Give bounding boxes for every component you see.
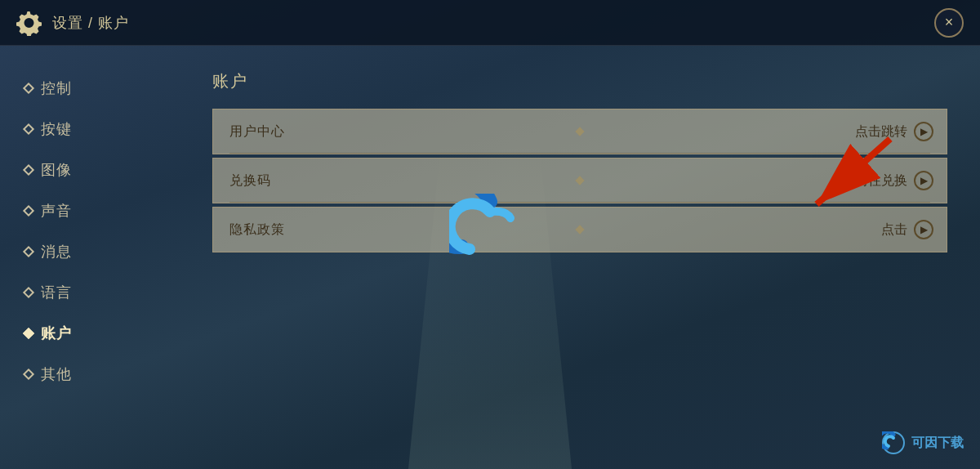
sidebar-label-sound: 声音 xyxy=(41,201,72,221)
sidebar-item-sound[interactable]: 声音 xyxy=(0,193,180,229)
sidebar-label-keys: 按键 xyxy=(41,119,72,139)
watermark-text: 可因下载 xyxy=(911,435,964,452)
sidebar-item-keys[interactable]: 按键 xyxy=(0,111,180,147)
row-diamond-3 xyxy=(575,225,584,234)
redeem-code-label: 兑换码 xyxy=(229,172,271,190)
sidebar-label-account: 账户 xyxy=(41,324,72,343)
gear-icon xyxy=(16,10,42,36)
sidebar-diamond-control xyxy=(23,83,34,94)
close-button[interactable]: × xyxy=(934,8,964,38)
row-divider-1 xyxy=(229,153,930,154)
sidebar-diamond-message xyxy=(23,246,34,257)
section-title: 账户 xyxy=(212,70,947,92)
sidebar-diamond-language xyxy=(23,287,34,298)
content-area: 账户 用户中心 点击跳转 ▶ 兑换码 前往兑换 ▶ 隐私政策 xyxy=(180,46,980,469)
redeem-code-action: 前往兑换 ▶ xyxy=(855,171,933,190)
row-divider-2 xyxy=(229,202,930,203)
sidebar-label-control: 控制 xyxy=(41,78,72,98)
sidebar-item-image[interactable]: 图像 xyxy=(0,152,180,188)
row-diamond-1 xyxy=(575,127,584,136)
sidebar-diamond-sound xyxy=(23,205,34,217)
watermark-logo xyxy=(882,431,905,454)
privacy-arrow: ▶ xyxy=(914,220,933,239)
sidebar-diamond-other xyxy=(23,368,34,380)
sidebar-label-language: 语言 xyxy=(41,283,72,302)
row-diamond-2 xyxy=(575,176,584,185)
privacy-action: 点击 ▶ xyxy=(881,220,933,239)
redeem-code-arrow: ▶ xyxy=(914,171,933,190)
user-center-action: 点击跳转 ▶ xyxy=(855,122,933,141)
sidebar-item-account[interactable]: 账户 xyxy=(0,315,180,351)
sidebar: 控制 按键 图像 声音 消息 语言 账户 其他 xyxy=(0,46,180,469)
privacy-row[interactable]: 隐私政策 点击 ▶ xyxy=(212,207,947,252)
breadcrumb: 设置 / 账户 xyxy=(52,13,129,33)
sidebar-diamond-image xyxy=(23,164,34,176)
sidebar-item-language[interactable]: 语言 xyxy=(0,275,180,310)
sidebar-item-other[interactable]: 其他 xyxy=(0,356,180,392)
user-center-action-text: 点击跳转 xyxy=(855,123,907,141)
privacy-label: 隐私政策 xyxy=(229,221,285,239)
sidebar-diamond-keys xyxy=(23,123,34,135)
sidebar-item-control[interactable]: 控制 xyxy=(0,70,180,106)
user-center-row[interactable]: 用户中心 点击跳转 ▶ xyxy=(212,109,947,154)
redeem-code-action-text: 前往兑换 xyxy=(855,172,907,190)
sidebar-label-message: 消息 xyxy=(41,242,72,261)
privacy-action-text: 点击 xyxy=(881,221,907,239)
main-layout: 控制 按键 图像 声音 消息 语言 账户 其他 账户 用户中心 xyxy=(0,46,980,469)
user-center-label: 用户中心 xyxy=(229,123,285,141)
redeem-code-row[interactable]: 兑换码 前往兑换 ▶ xyxy=(212,158,947,203)
watermark: 可因下载 xyxy=(882,431,964,454)
top-bar: 设置 / 账户 × xyxy=(0,0,980,46)
sidebar-label-image: 图像 xyxy=(41,160,72,180)
sidebar-item-message[interactable]: 消息 xyxy=(0,234,180,270)
sidebar-label-other: 其他 xyxy=(41,364,72,384)
sidebar-diamond-account xyxy=(23,328,34,339)
user-center-arrow: ▶ xyxy=(914,122,933,141)
